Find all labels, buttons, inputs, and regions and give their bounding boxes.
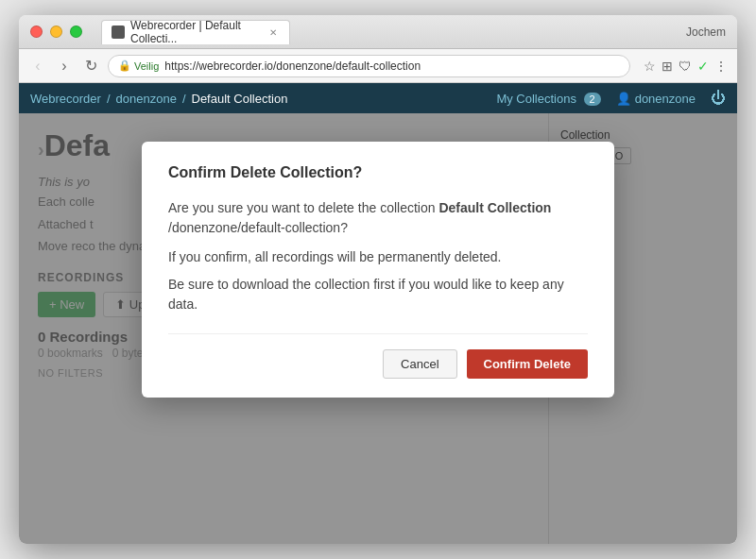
modal-title: Confirm Delete Collection? bbox=[168, 164, 588, 181]
confirm-delete-button[interactable]: Confirm Delete bbox=[467, 349, 588, 379]
my-collections-link[interactable]: My Collections 2 bbox=[496, 92, 600, 106]
back-button[interactable]: ‹ bbox=[28, 58, 47, 75]
confirm-delete-modal: Confirm Delete Collection? Are you sure … bbox=[142, 142, 614, 398]
forward-button[interactable]: › bbox=[55, 58, 74, 75]
tab-favicon bbox=[112, 25, 125, 39]
appnav-right: My Collections 2 👤 donenzone ⏻ bbox=[496, 90, 726, 107]
modal-collection-name: Default Collection bbox=[438, 200, 551, 215]
secure-indicator: 🔒 Veilig bbox=[118, 59, 159, 72]
browser-window: Webrecorder | Default Collecti... ✕ Joch… bbox=[19, 15, 737, 544]
titlebar: Webrecorder | Default Collecti... ✕ Joch… bbox=[19, 15, 737, 49]
close-button[interactable] bbox=[30, 25, 43, 38]
bookmark-icon[interactable]: ☆ bbox=[644, 59, 656, 74]
tab-title: Webrecorder | Default Collecti... bbox=[130, 19, 261, 45]
minimize-button[interactable] bbox=[50, 25, 62, 38]
user-link[interactable]: 👤 donenzone bbox=[616, 92, 696, 106]
brand-link[interactable]: Webrecorder bbox=[30, 92, 101, 106]
url-text: https://webrecorder.io/donenzone/default… bbox=[164, 59, 421, 73]
modal-note: Be sure to download the collection first… bbox=[168, 275, 588, 314]
maximize-button[interactable] bbox=[70, 25, 82, 38]
tab-close-icon[interactable]: ✕ bbox=[266, 25, 280, 39]
extensions-icon[interactable]: ⊞ bbox=[662, 59, 673, 74]
titlebar-user: Jochem bbox=[686, 25, 726, 39]
current-collection-link[interactable]: Default Collection bbox=[192, 92, 288, 106]
cancel-button[interactable]: Cancel bbox=[383, 349, 456, 379]
zone-link[interactable]: donenzone bbox=[116, 92, 177, 106]
url-bar[interactable]: 🔒 Veilig https://webrecorder.io/donenzon… bbox=[108, 55, 630, 77]
collections-badge: 2 bbox=[584, 93, 601, 106]
app-navbar: Webrecorder / donenzone / Default Collec… bbox=[19, 83, 737, 113]
modal-footer: Cancel Confirm Delete bbox=[168, 333, 588, 379]
modal-body: Are you sure you want to delete the coll… bbox=[168, 198, 588, 238]
modal-overlay: Confirm Delete Collection? Are you sure … bbox=[19, 113, 737, 544]
main-content: ›Defa This is yo Each colle Attached t M… bbox=[19, 113, 737, 544]
reload-button[interactable]: ↻ bbox=[81, 57, 100, 75]
check-icon[interactable]: ✓ bbox=[697, 59, 709, 74]
shield-icon[interactable]: 🛡 bbox=[679, 59, 692, 74]
logout-icon[interactable]: ⏻ bbox=[711, 90, 726, 107]
nav-sep-2: / bbox=[182, 92, 186, 106]
tab-bar: Webrecorder | Default Collecti... ✕ bbox=[101, 20, 679, 44]
url-actions: ☆ ⊞ 🛡 ✓ ⋮ bbox=[644, 59, 728, 74]
menu-icon[interactable]: ⋮ bbox=[714, 59, 728, 74]
active-tab[interactable]: Webrecorder | Default Collecti... ✕ bbox=[101, 20, 290, 44]
nav-sep-1: / bbox=[107, 92, 111, 106]
addressbar: ‹ › ↻ 🔒 Veilig https://webrecorder.io/do… bbox=[19, 49, 737, 83]
modal-warning: If you confirm, all recordings will be p… bbox=[168, 247, 588, 267]
